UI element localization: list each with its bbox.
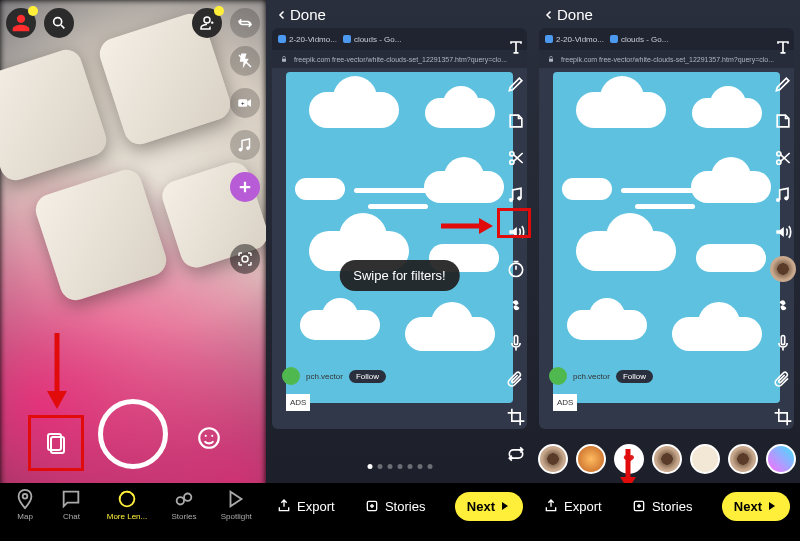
bottom-nav: Map Chat More Len... Stories Spotlight (0, 483, 266, 541)
filter-eye-icon[interactable] (770, 256, 796, 282)
nav-label: Map (17, 512, 33, 521)
browser-tab: clouds - Go... (610, 35, 669, 44)
nav-map[interactable]: Map (14, 488, 36, 521)
export-button[interactable]: Export (276, 498, 335, 514)
text-tool-icon[interactable] (770, 34, 796, 60)
add-tool-button[interactable] (230, 172, 260, 202)
svg-rect-25 (514, 336, 517, 345)
browser-url: freepik.com free-vector/white-clouds-set… (272, 50, 527, 68)
browser-tab: 2-20-Vidmo... (278, 35, 337, 44)
editor-bottom-bar: Export Stories Next (533, 483, 800, 541)
cloud-image (553, 72, 780, 403)
svg-point-5 (239, 148, 243, 152)
draw-tool-icon[interactable] (770, 71, 796, 97)
profile-button[interactable] (6, 8, 36, 38)
editor-toolbar (503, 34, 529, 467)
flash-button[interactable] (230, 46, 260, 76)
sticker-tool-icon[interactable] (770, 108, 796, 134)
music-tool-icon[interactable] (770, 182, 796, 208)
nav-label: Chat (63, 512, 80, 521)
url-text: freepik.com free-vector/white-clouds-set… (561, 56, 774, 63)
svg-point-23 (517, 196, 521, 200)
svg-rect-29 (549, 59, 553, 62)
loop-tool-icon[interactable] (503, 441, 529, 467)
sound-tool-icon[interactable] (770, 219, 796, 245)
follow-button[interactable]: Follow (349, 370, 386, 383)
nav-chat[interactable]: Chat (60, 488, 82, 521)
music-tool-icon[interactable] (503, 182, 529, 208)
annotation-arrow-icon (439, 216, 493, 240)
capture-button[interactable] (98, 399, 168, 469)
nav-stories[interactable]: Stories (172, 488, 197, 521)
filter-chip[interactable] (766, 444, 796, 474)
follow-button[interactable]: Follow (616, 370, 653, 383)
search-button[interactable] (44, 8, 74, 38)
ads-label: ADS (553, 394, 577, 411)
timer-tool-icon[interactable] (503, 256, 529, 282)
camera-side-toolbar: + (230, 46, 260, 274)
nav-label: Spotlight (221, 512, 252, 521)
voice-tool-icon[interactable] (770, 330, 796, 356)
stories-button[interactable]: Stories (631, 498, 692, 514)
voice-tool-icon[interactable] (503, 330, 529, 356)
filter-chip[interactable] (690, 444, 720, 474)
done-label: Done (557, 6, 593, 23)
scissors-tool-icon[interactable] (770, 145, 796, 171)
crop-tool-icon[interactable] (503, 404, 529, 430)
filter-page-dots (367, 464, 432, 469)
author-avatar-icon (549, 367, 567, 385)
svg-rect-19 (282, 59, 286, 62)
captured-browser: 2-20-Vidmo... clouds - Go... freepik.com… (539, 28, 794, 429)
notification-dot (28, 6, 38, 16)
next-button[interactable]: Next (722, 492, 790, 521)
lens-carousel-button[interactable] (192, 421, 226, 455)
done-button[interactable]: Done (276, 6, 326, 23)
attach-tool-icon[interactable] (770, 367, 796, 393)
browser-tabs: 2-20-Vidmo... clouds - Go... (539, 28, 794, 50)
browser-url: freepik.com free-vector/white-clouds-set… (539, 50, 794, 68)
author-name: pch.vector (306, 372, 343, 381)
svg-point-7 (242, 256, 248, 262)
text-tool-icon[interactable] (503, 34, 529, 60)
scan-button[interactable] (230, 244, 260, 274)
link-tool-icon[interactable] (770, 293, 796, 319)
flip-camera-button[interactable] (230, 8, 260, 38)
filter-chip[interactable] (538, 444, 568, 474)
filter-chip[interactable] (576, 444, 606, 474)
nav-lenses[interactable]: More Len... (107, 488, 147, 521)
done-button[interactable]: Done (543, 6, 593, 23)
nav-label: More Len... (107, 512, 147, 521)
svg-text:+: + (241, 100, 245, 106)
url-text: freepik.com free-vector/white-clouds-set… (294, 56, 507, 63)
filter-strip (533, 439, 800, 479)
export-button[interactable]: Export (543, 498, 602, 514)
svg-point-0 (54, 18, 62, 26)
add-friend-button[interactable] (192, 8, 222, 38)
browser-tab: 2-20-Vidmo... (545, 35, 604, 44)
svg-marker-14 (47, 391, 67, 409)
annotation-highlight (28, 415, 84, 471)
draw-tool-icon[interactable] (503, 71, 529, 97)
stories-button[interactable]: Stories (364, 498, 425, 514)
annotation-highlight (497, 208, 531, 238)
filter-chip[interactable] (728, 444, 758, 474)
camera-top-bar (0, 8, 266, 38)
svg-point-10 (199, 428, 219, 448)
link-tool-icon[interactable] (503, 293, 529, 319)
browser-tab: clouds - Go... (343, 35, 402, 44)
svg-point-18 (184, 493, 191, 500)
filter-chip[interactable] (652, 444, 682, 474)
filter-tooltip: Swipe for filters! (339, 260, 459, 291)
scissors-tool-icon[interactable] (503, 145, 529, 171)
svg-point-15 (23, 493, 28, 498)
svg-point-33 (784, 196, 788, 200)
svg-point-32 (776, 198, 780, 202)
music-button[interactable] (230, 130, 260, 160)
sticker-tool-icon[interactable] (503, 108, 529, 134)
post-info: pch.vector Follow (282, 367, 386, 385)
video-button[interactable]: + (230, 88, 260, 118)
attach-tool-icon[interactable] (503, 367, 529, 393)
next-button[interactable]: Next (455, 492, 523, 521)
crop-tool-icon[interactable] (770, 404, 796, 430)
nav-spotlight[interactable]: Spotlight (221, 488, 252, 521)
